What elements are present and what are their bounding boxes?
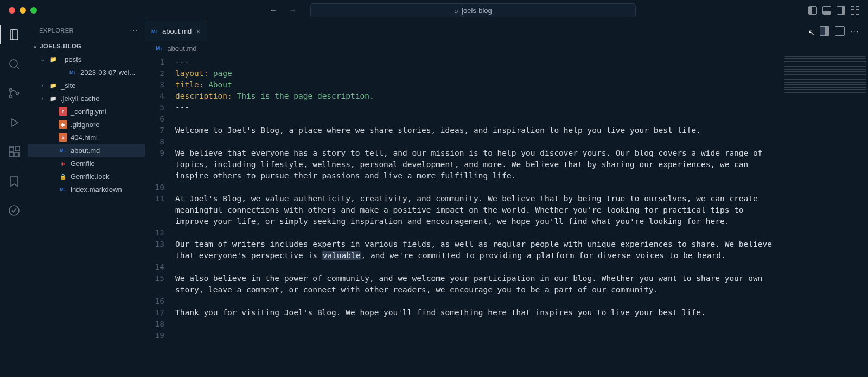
breadcrumb-file: about.md	[167, 44, 196, 53]
window-controls	[9, 7, 37, 14]
chevron-down-icon: ⌄	[33, 42, 38, 49]
fm-val: About	[208, 80, 232, 89]
nav-forward-button[interactable]: →	[289, 5, 297, 15]
file-tree-item[interactable]: 5404.html	[28, 131, 145, 144]
explorer-activity-icon[interactable]	[7, 27, 22, 42]
svg-point-3	[16, 92, 19, 95]
yaml-icon: Y	[59, 107, 67, 116]
line-number: 13	[145, 239, 164, 261]
line-number: 4	[145, 91, 164, 102]
file-name-label: 2023-03-07-wel...	[80, 68, 135, 76]
toggle-primary-sidebar-icon[interactable]	[808, 6, 817, 15]
markdown-icon: M↓	[59, 146, 67, 155]
fm-key: layout	[175, 69, 203, 78]
line-number: 5	[145, 102, 164, 113]
file-name-label: .jekyll-cache	[61, 94, 100, 103]
sidebar-more-icon[interactable]: ···	[130, 27, 138, 34]
bookmarks-activity-icon[interactable]	[7, 174, 22, 189]
line-number: 8	[145, 136, 164, 148]
line-number: 7	[145, 125, 164, 136]
paragraph: Thank you for visiting Joel's Blog. We h…	[175, 307, 776, 318]
file-tree-item[interactable]: ›📁_site	[28, 79, 145, 92]
file-name-label: _posts	[61, 55, 81, 63]
file-tree-item[interactable]: ◈Gemfile	[28, 157, 145, 170]
file-tree-item[interactable]: M↓2023-03-07-wel...	[28, 66, 145, 79]
command-center-search[interactable]: ⌕ joels-blog	[310, 3, 636, 17]
line-number: 14	[145, 261, 164, 273]
line-number: 6	[145, 113, 164, 125]
line-number: 3	[145, 79, 164, 91]
file-tree-item[interactable]: M↓about.md	[28, 144, 145, 157]
code-content[interactable]: --- layout: page title: About descriptio…	[175, 55, 868, 377]
explorer-sidebar: EXPLORER ··· ⌄ JOELS-BLOG ⌄📁_postsM↓2023…	[28, 21, 145, 377]
maximize-window-button[interactable]	[30, 7, 37, 14]
svg-point-2	[10, 95, 12, 98]
close-window-button[interactable]	[9, 7, 15, 14]
toggle-secondary-sidebar-icon[interactable]	[837, 6, 845, 15]
file-tree: ⌄📁_postsM↓2023-03-07-wel...›📁_site›📁.jek…	[28, 52, 145, 197]
svg-rect-5	[9, 152, 14, 157]
paragraph: We believe that everyone has a story to …	[175, 148, 776, 182]
project-name: JOELS-BLOG	[40, 43, 82, 49]
file-name-label: Gemfile.lock	[71, 172, 110, 181]
open-preview-side-icon[interactable]	[820, 26, 829, 36]
toggle-panel-icon[interactable]	[822, 6, 831, 15]
line-number: 18	[145, 318, 164, 330]
file-name-label: about.md	[71, 146, 100, 155]
line-number: 9	[145, 148, 164, 182]
editor-more-icon[interactable]: ···	[850, 27, 859, 35]
file-tree-item[interactable]: ⌄📁_posts	[28, 53, 145, 66]
file-tree-item[interactable]: ›📁.jekyll-cache	[28, 92, 145, 105]
chevron-icon: ›	[39, 82, 46, 88]
file-name-label: Gemfile	[71, 159, 95, 168]
remote-activity-icon[interactable]	[7, 203, 22, 218]
titlebar: ← → ⌕ joels-blog	[0, 0, 868, 21]
line-numbers-gutter: 12345678910111213141516171819	[145, 55, 175, 377]
tab-label: about.md	[162, 27, 192, 35]
svg-rect-4	[9, 147, 14, 151]
markdown-icon: M↓	[59, 185, 67, 194]
breadcrumb[interactable]: M↓ about.md	[145, 41, 868, 55]
run-debug-activity-icon[interactable]	[7, 115, 22, 130]
editor-body[interactable]: 12345678910111213141516171819 --- layout…	[145, 55, 868, 377]
paragraph: Welcome to Joel's Blog, a place where we…	[175, 125, 776, 136]
nav-history: ← →	[269, 5, 297, 15]
close-tab-icon[interactable]: ×	[196, 27, 200, 36]
fm-key: title	[175, 80, 199, 89]
file-tree-item[interactable]: ◆.gitignore	[28, 118, 145, 131]
file-name-label: 404.html	[71, 133, 98, 142]
editor-tabs: M↓ about.md × ···	[145, 21, 868, 41]
file-name-label: _site	[61, 81, 75, 90]
markdown-icon: M↓	[151, 29, 158, 34]
minimize-window-button[interactable]	[20, 7, 26, 14]
editor-actions: ···	[820, 21, 868, 41]
customize-layout-icon[interactable]	[851, 6, 859, 15]
minimap[interactable]	[784, 56, 866, 94]
source-control-activity-icon[interactable]	[7, 86, 22, 101]
file-tree-item[interactable]: Y_config.yml	[28, 105, 145, 118]
line-number: 11	[145, 193, 164, 227]
split-editor-icon[interactable]	[835, 26, 845, 36]
folder-icon: 📁	[49, 55, 58, 63]
line-number: 10	[145, 182, 164, 193]
paragraph: Our team of writers includes experts in …	[175, 239, 776, 261]
file-tree-item[interactable]: 🔒Gemfile.lock	[28, 170, 145, 183]
search-text: joels-blog	[462, 7, 492, 15]
chevron-icon: ›	[39, 95, 46, 101]
svg-point-1	[10, 89, 12, 92]
tab-about-md[interactable]: M↓ about.md ×	[145, 21, 207, 41]
layout-controls	[808, 6, 859, 15]
file-tree-item[interactable]: M↓index.markdown	[28, 183, 145, 196]
project-root[interactable]: ⌄ JOELS-BLOG	[28, 40, 145, 52]
nav-back-button[interactable]: ←	[269, 5, 278, 15]
line-number: 17	[145, 307, 164, 318]
line-number: 16	[145, 296, 164, 307]
sidebar-header: EXPLORER ···	[28, 21, 145, 40]
search-activity-icon[interactable]	[7, 56, 22, 72]
extensions-activity-icon[interactable]	[7, 144, 22, 159]
folder-icon: 📁	[49, 81, 58, 90]
frontmatter-delim: ---	[175, 103, 189, 112]
file-name-label: _config.yml	[71, 107, 106, 116]
svg-rect-6	[15, 152, 19, 157]
fm-val: page	[213, 69, 232, 78]
